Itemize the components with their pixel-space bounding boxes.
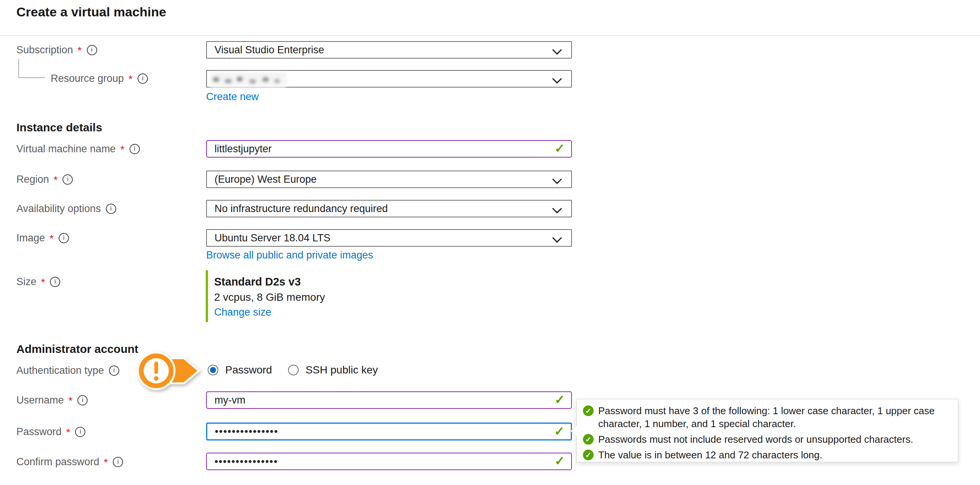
confirm-password-label-row: Confirm password * i (16, 455, 123, 469)
radio-option-ssh[interactable]: SSH public key (288, 364, 378, 376)
password-field: ✓ (206, 423, 572, 440)
tooltip-rule-item: ✓ The value is in between 12 and 72 char… (583, 448, 951, 461)
radio-dot (210, 367, 216, 373)
subscription-label-row: Subscription * i (16, 43, 97, 57)
valid-check-icon: ✓ (554, 453, 565, 468)
info-glyph: i (113, 364, 115, 377)
check-circle-icon: ✓ (583, 450, 594, 460)
resource-group-label-row: Resource group * i (51, 72, 148, 85)
valid-check-icon: ✓ (554, 141, 565, 156)
change-size-link[interactable]: Change size (214, 306, 271, 318)
chevron-down-icon (552, 74, 562, 83)
image-dropdown[interactable]: Ubuntu Server 18.04 LTS (206, 229, 572, 247)
valid-check-icon: ✓ (554, 423, 565, 438)
region-dropdown[interactable]: (Europe) West Europe (206, 171, 572, 188)
size-specs: 2 vcpus, 8 GiB memory (214, 291, 325, 303)
vm-name-label-row: Virtual machine name * i (16, 142, 140, 156)
availability-value: No infrastructure redundancy required (215, 203, 388, 215)
tooltip-rule-item: ✓ Passwords must not include reserved wo… (583, 433, 951, 446)
info-icon[interactable]: i (109, 365, 119, 376)
username-label: Username (16, 393, 64, 407)
availability-dropdown[interactable]: No infrastructure redundancy required (206, 200, 572, 217)
radio-label-password: Password (225, 364, 272, 376)
vm-name-input[interactable] (215, 143, 548, 155)
info-glyph: i (117, 455, 119, 469)
confirm-password-label: Confirm password (16, 455, 99, 469)
size-selection-bar (206, 270, 208, 322)
info-icon[interactable]: i (138, 73, 148, 84)
chevron-down-icon (552, 204, 562, 213)
section-administrator-account: Administrator account (16, 343, 138, 356)
section-instance-details: Instance details (16, 121, 102, 134)
browse-images-link[interactable]: Browse all public and private images (206, 249, 373, 261)
tree-connector-vertical (18, 59, 19, 78)
subscription-label: Subscription (16, 43, 73, 57)
required-asterisk: * (54, 176, 58, 184)
password-label-row: Password * i (16, 425, 85, 439)
info-glyph: i (91, 43, 93, 57)
info-icon[interactable]: i (62, 174, 73, 185)
info-glyph: i (82, 393, 83, 407)
info-glyph: i (134, 142, 135, 156)
subscription-value: Visual Studio Enterprise (215, 44, 324, 56)
availability-label: Availability options (16, 202, 101, 215)
check-circle-icon: ✓ (583, 434, 594, 445)
info-icon[interactable]: i (77, 395, 88, 405)
username-field: ✓ (206, 391, 572, 409)
radio-label-ssh: SSH public key (306, 364, 378, 376)
size-label: Size (16, 275, 37, 289)
required-asterisk: * (120, 146, 125, 153)
chevron-down-icon (552, 174, 562, 184)
tooltip-rule-text: The value is in between 12 and 72 charac… (598, 448, 822, 461)
radio-option-password[interactable]: Password (208, 364, 272, 376)
info-icon[interactable]: i (113, 457, 123, 467)
tooltip-rule-text: Passwords must not include reserved word… (598, 433, 913, 446)
region-value: (Europe) West Europe (215, 174, 317, 185)
info-icon[interactable]: i (106, 204, 116, 214)
check-circle-icon: ✓ (583, 405, 594, 416)
vm-name-field: ✓ (206, 140, 572, 158)
redacted-value (210, 73, 286, 88)
auth-type-label: Authentication type (16, 364, 104, 377)
required-asterisk: * (104, 459, 108, 466)
required-asterisk: * (50, 235, 54, 242)
radio-unselected-icon[interactable] (288, 365, 299, 375)
valid-check-icon: ✓ (554, 392, 565, 407)
tooltip-arrow (570, 425, 582, 437)
size-label-row: Size * i (16, 275, 60, 289)
resource-group-label: Resource group (51, 72, 124, 85)
info-icon[interactable]: i (75, 427, 85, 437)
image-value: Ubuntu Server 18.04 LTS (215, 232, 330, 244)
page-title: Create a virtual machine (16, 5, 166, 19)
required-asterisk: * (78, 47, 82, 54)
warning-annotation-icon (132, 346, 204, 396)
required-asterisk: * (66, 429, 70, 436)
vm-name-label: Virtual machine name (16, 142, 116, 156)
resource-group-dropdown[interactable] (206, 70, 572, 88)
image-label-row: Image * i (16, 231, 69, 245)
password-rules-tooltip: ✓ Password must have 3 of the following:… (576, 399, 958, 462)
info-icon[interactable]: i (59, 233, 69, 243)
radio-selected-icon[interactable] (208, 365, 218, 375)
password-input[interactable] (215, 426, 548, 437)
tree-connector-horizontal (18, 77, 45, 78)
info-icon[interactable]: i (87, 45, 97, 55)
auth-type-label-row: Authentication type i (16, 364, 119, 377)
region-label-row: Region * i (16, 172, 73, 186)
confirm-password-field: ✓ (206, 453, 572, 470)
info-icon[interactable]: i (130, 144, 140, 154)
info-glyph: i (54, 275, 56, 289)
subscription-dropdown[interactable]: Visual Studio Enterprise (206, 41, 572, 59)
availability-label-row: Availability options i (16, 202, 116, 215)
size-name: Standard D2s v3 (214, 276, 301, 288)
info-glyph: i (142, 72, 144, 85)
info-icon[interactable]: i (50, 277, 60, 287)
tooltip-rule-text: Password must have 3 of the following: 1… (598, 404, 951, 430)
chevron-down-icon (552, 45, 562, 54)
confirm-password-input[interactable] (215, 456, 548, 467)
username-label-row: Username * i (16, 393, 88, 407)
info-glyph: i (67, 172, 69, 186)
info-glyph: i (80, 425, 81, 439)
username-input[interactable] (215, 394, 548, 406)
create-new-link[interactable]: Create new (206, 91, 259, 103)
